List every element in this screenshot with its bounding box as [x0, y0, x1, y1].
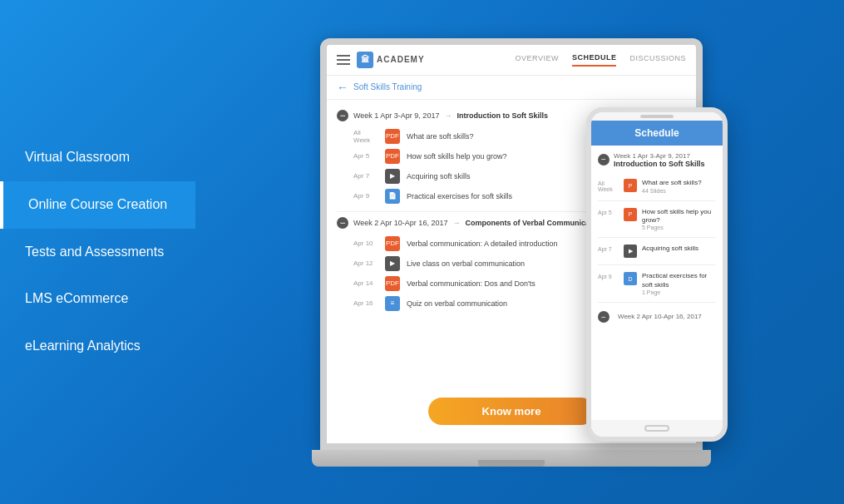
phone-video-icon: ▶ — [624, 245, 637, 258]
main-content: 🏛 ACADEMY OVERVIEW SCHEDULE DISCUSSIONS … — [195, 0, 844, 504]
phone-divider — [598, 302, 716, 303]
pdf-icon: PDF — [385, 149, 400, 164]
nav-overview[interactable]: OVERVIEW — [516, 54, 559, 66]
phone-content: Schedule − Week 1 Apr 3-Apr 9, 2017 Intr… — [591, 121, 723, 420]
logo-icon: 🏛 — [357, 52, 373, 68]
sidebar-item-elearning-analytics[interactable]: eLearning Analytics — [0, 323, 195, 370]
hamburger-menu[interactable] — [337, 55, 350, 65]
pdf-icon: PDF — [385, 236, 400, 251]
pdf-icon: PDF — [385, 129, 400, 144]
phone-lesson-row[interactable]: All Week P What are soft skills? 44 Slid… — [598, 175, 716, 196]
pdf-icon: PDF — [385, 276, 400, 291]
phone-doc-icon: D — [624, 272, 637, 285]
week1-collapse[interactable]: − — [337, 110, 348, 121]
sidebar-item-online-course-creation[interactable]: Online Course Creation — [0, 181, 195, 229]
lms-header-left: 🏛 ACADEMY — [337, 52, 425, 68]
phone-week1-header: − Week 1 Apr 3-Apr 9, 2017 Introduction … — [598, 152, 716, 170]
phone-lesson-row[interactable]: Apr 7 ▶ Acquiring soft skills — [598, 241, 716, 261]
phone-week2-header: − Week 2 Apr 10-Apr 16, 2017 — [598, 306, 716, 326]
back-arrow-icon[interactable]: ← — [337, 81, 348, 94]
phone-notch-area — [591, 112, 723, 121]
laptop-base — [312, 450, 711, 467]
laptop-mockup: 🏛 ACADEMY OVERVIEW SCHEDULE DISCUSSIONS … — [312, 38, 711, 467]
know-more-button[interactable]: Know more — [428, 398, 595, 425]
phone-week2-minus[interactable]: − — [598, 311, 610, 323]
video-icon: ▶ — [385, 256, 400, 271]
lms-nav: OVERVIEW SCHEDULE DISCUSSIONS — [516, 53, 686, 67]
breadcrumb-bar: ← Soft Skills Training — [327, 76, 696, 100]
phone-bottom — [591, 420, 723, 437]
phone-week1-minus[interactable]: − — [598, 154, 610, 166]
nav-discussions[interactable]: DISCUSSIONS — [629, 54, 686, 66]
phone-divider — [598, 237, 716, 238]
phone-lesson-row[interactable]: Apr 9 D Practical exercises for soft ski… — [598, 269, 716, 299]
sidebar-item-virtual-classroom[interactable]: Virtual Classroom — [0, 134, 195, 181]
phone-pdf-icon: P — [624, 179, 637, 192]
phone-home-button[interactable] — [644, 425, 669, 432]
phone-mockup: Schedule − Week 1 Apr 3-Apr 9, 2017 Intr… — [586, 107, 728, 442]
sidebar-item-tests-assessments[interactable]: Tests and Assessments — [0, 229, 195, 276]
breadcrumb-text: Soft Skills Training — [353, 82, 422, 91]
doc-icon: 📄 — [385, 189, 400, 204]
phone-frame: Schedule − Week 1 Apr 3-Apr 9, 2017 Intr… — [586, 107, 728, 442]
quiz-icon: ≡ — [385, 296, 400, 311]
week2-collapse[interactable]: − — [337, 217, 348, 229]
phone-schedule-header: Schedule — [591, 121, 723, 146]
phone-lesson-row[interactable]: Apr 5 P How soft skills help you grow? 5… — [598, 205, 716, 235]
nav-schedule[interactable]: SCHEDULE — [572, 53, 617, 67]
phone-divider — [598, 264, 716, 265]
video-icon: ▶ — [385, 169, 400, 184]
phone-body: − Week 1 Apr 3-Apr 9, 2017 Introduction … — [591, 146, 723, 334]
phone-divider — [598, 200, 716, 201]
lms-header: 🏛 ACADEMY OVERVIEW SCHEDULE DISCUSSIONS — [327, 45, 696, 76]
phone-notch — [640, 115, 674, 118]
sidebar: Virtual Classroom Online Course Creation… — [0, 0, 195, 504]
phone-pdf-icon: P — [624, 208, 637, 221]
sidebar-item-lms-ecommerce[interactable]: LMS eCommerce — [0, 275, 195, 323]
academy-logo: 🏛 ACADEMY — [357, 52, 425, 68]
